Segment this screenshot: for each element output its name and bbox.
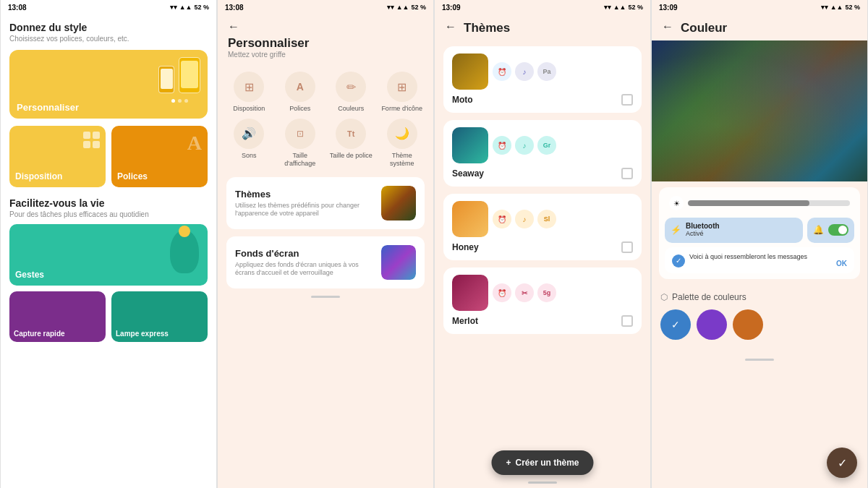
confirm-fab[interactable]: ✓: [827, 448, 857, 478]
fonds-card-title: Fonds d'écran: [235, 248, 374, 259]
theme-card-honey[interactable]: ⏰ ♪ Sl Honey: [443, 194, 642, 260]
seaway-icons: ⏰ ♪ Gr: [493, 136, 633, 155]
icon-sons[interactable]: 🔊 Sons: [226, 119, 272, 168]
honey-preview: [452, 201, 488, 237]
bluetooth-tile[interactable]: ⚡ Bluetooth Activé: [665, 218, 803, 243]
disposition-card[interactable]: Disposition: [9, 126, 106, 187]
status-icons-2: ▾▾ ▲▲ 52 %: [387, 4, 426, 11]
merlot-bottom: Merlot: [452, 315, 633, 327]
honey-icon-1: ⏰: [493, 210, 511, 228]
seaway-checkbox[interactable]: [621, 168, 633, 179]
icon-couleurs[interactable]: ✏ Couleurs: [328, 72, 374, 113]
theme-card-moto[interactable]: ⏰ ♪ Pa Moto: [443, 46, 642, 113]
panel4-content[interactable]: ☀ ⚡ Bluetooth Activé 🔔: [652, 40, 867, 488]
gestes-card[interactable]: Gestes: [9, 224, 208, 286]
merlot-checkbox[interactable]: [621, 315, 633, 327]
fab-label: Créer un thème: [515, 458, 579, 468]
fonds-card-text: Fonds d'écran Appliquez des fonds d'écra…: [235, 248, 374, 278]
theme-card-merlot[interactable]: ⏰ ✂ 5g Merlot: [443, 267, 642, 334]
merlot-icon-2: ✂: [515, 283, 534, 302]
bluetooth-icon: ⚡: [671, 225, 681, 235]
couleurs-icon: ✏: [336, 72, 366, 102]
capture-card[interactable]: Capture rapide: [9, 291, 106, 342]
style-title: Donnez du style: [9, 22, 208, 33]
panel2-header: ← Personnaliser Mettez votre griffe: [218, 14, 433, 66]
icon-disposition[interactable]: ⊞ Disposition: [226, 72, 272, 113]
panel1-scroll[interactable]: Donnez du style Choisissez vos polices, …: [1, 14, 216, 488]
merlot-icons: ⏰ ✂ 5g: [493, 283, 633, 302]
icon-taille-affichage[interactable]: ⊡ Taille d'affichage: [278, 119, 323, 168]
icon-theme-sys[interactable]: 🌙 Thème système: [380, 119, 425, 168]
swatch-blue[interactable]: ✓: [660, 309, 691, 340]
icon-polices[interactable]: A Polices: [278, 72, 323, 113]
merlot-name: Merlot: [452, 316, 478, 326]
moto-bottom: Moto: [452, 94, 633, 106]
personnaliser-hero-card[interactable]: Personnaliser: [9, 50, 208, 119]
moto-checkbox[interactable]: [621, 94, 633, 106]
seaway-icon-3: Gr: [537, 136, 556, 155]
moto-name: Moto: [452, 95, 473, 105]
polices-icon: A: [187, 132, 202, 155]
back-button-2[interactable]: ←: [228, 20, 423, 33]
panel4-wrapper: ☀ ⚡ Bluetooth Activé 🔔: [652, 40, 867, 488]
back-button-3[interactable]: ←: [445, 20, 456, 33]
moto-icon-3: Pa: [537, 62, 556, 81]
honey-checkbox[interactable]: [621, 241, 633, 253]
bluetooth-title: Bluetooth: [686, 222, 720, 230]
bottom-grid: Capture rapide Lampe express: [9, 291, 208, 342]
create-theme-fab[interactable]: + Créer un thème: [491, 450, 593, 475]
icon-grid: ⊞ Disposition A Polices ✏ Couleurs ⊞ For…: [226, 72, 425, 167]
panel2-content[interactable]: ⊞ Disposition A Polices ✏ Couleurs ⊞ For…: [218, 66, 433, 488]
back-button-4[interactable]: ←: [662, 20, 673, 33]
theme-card-seaway[interactable]: ⏰ ♪ Gr Seaway: [443, 120, 642, 187]
sons-icon-label: Sons: [242, 152, 257, 160]
brightness-bar[interactable]: [688, 200, 850, 206]
gestes-illustration: [170, 230, 199, 273]
panel3-content[interactable]: ⏰ ♪ Pa Moto ⏰ ♪ Gr: [435, 40, 650, 477]
polices-card[interactable]: A Polices: [111, 126, 208, 187]
fonds-card-img: [381, 245, 416, 280]
notification-area: ☀ ⚡ Bluetooth Activé 🔔: [659, 187, 860, 279]
blue-check: ✓: [671, 319, 680, 330]
brightness-row: ☀: [665, 193, 854, 213]
palette-title-row: ⬡ Palette de couleurs: [660, 292, 859, 302]
swatch-orange[interactable]: [733, 309, 763, 340]
panel-3: 13:09 ▾▾ ▲▲ 52 % ← Thèmes ⏰ ♪ Pa: [434, 0, 651, 488]
fonds-card-desc: Appliquez des fonds d'écran uniques à vo…: [235, 261, 374, 278]
fonds-feature-card[interactable]: Fonds d'écran Appliquez des fonds d'écra…: [226, 236, 425, 288]
icon-taille-police[interactable]: Tt Taille de police: [328, 119, 374, 168]
wallpaper-overlay: [652, 40, 867, 181]
panel3-header: ← Thèmes: [435, 14, 650, 40]
facilitez-subtitle: Pour des tâches plus efficaces au quotid…: [9, 210, 208, 218]
status-bar-4: 13:09 ▾▾ ▲▲ 52 %: [652, 0, 867, 14]
signal-icon-3: ▲▲: [613, 4, 626, 11]
check-icon: ✓: [672, 254, 685, 267]
style-subtitle: Choisissez vos polices, couleurs, etc.: [9, 35, 208, 43]
wallpaper-bg: [652, 40, 867, 181]
capture-label: Capture rapide: [14, 330, 65, 338]
icon-forme[interactable]: ⊞ Forme d'icône: [380, 72, 425, 113]
scroll-indicator-4: [745, 359, 774, 361]
lampe-card[interactable]: Lampe express: [111, 291, 208, 342]
panel3-wrapper: ⏰ ♪ Pa Moto ⏰ ♪ Gr: [435, 40, 650, 488]
themes-feature-card[interactable]: Thèmes Utilisez les thèmes prédéfinis po…: [226, 177, 425, 229]
facilitez-section: Facilitez-vous la vie Pour des tâches pl…: [9, 197, 208, 342]
palette-title-label: Palette de couleurs: [672, 292, 746, 302]
honey-icon-3: Sl: [537, 210, 556, 228]
swatch-purple[interactable]: [697, 309, 727, 340]
ok-button[interactable]: OK: [836, 260, 847, 267]
bell-icon: 🔔: [813, 225, 824, 235]
bell-toggle[interactable]: [828, 224, 848, 236]
moto-row: ⏰ ♪ Pa: [452, 53, 633, 90]
time-4: 13:09: [659, 4, 678, 12]
panel2-title: Personnaliser: [228, 36, 423, 51]
honey-icons: ⏰ ♪ Sl: [493, 210, 633, 228]
battery-1: 52 %: [194, 4, 209, 11]
wifi-icon: ▾▾: [170, 4, 177, 11]
polices-label: Polices: [117, 171, 148, 181]
disposition-icon-label: Disposition: [233, 105, 265, 113]
bell-tile[interactable]: 🔔: [807, 218, 854, 243]
taille-aff-label: Taille d'affichage: [278, 152, 323, 168]
panel-2: 13:08 ▾▾ ▲▲ 52 % ← Personnaliser Mettez …: [217, 0, 434, 488]
seaway-icon-1: ⏰: [493, 136, 511, 155]
